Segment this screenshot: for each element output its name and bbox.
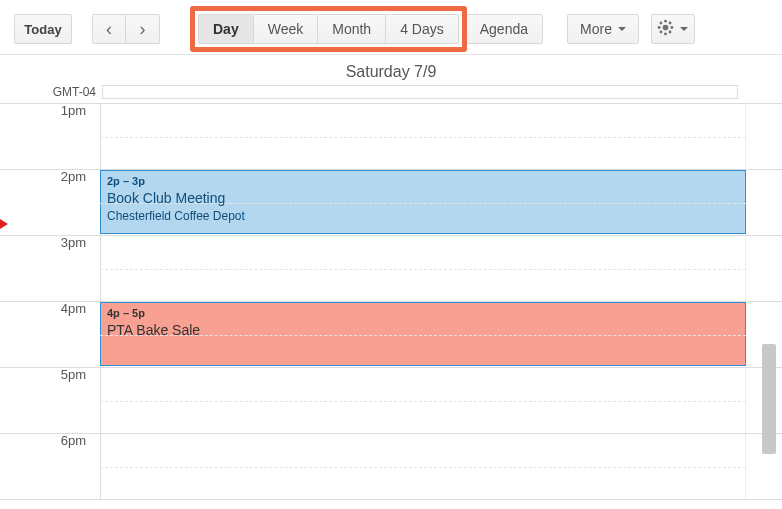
view-tab-week[interactable]: Week [254, 14, 319, 44]
hour-label: 6pm [0, 433, 96, 448]
hour-row[interactable]: 1pm [0, 104, 782, 170]
gear-icon [657, 19, 674, 39]
agenda-button[interactable]: Agenda [465, 14, 543, 44]
view-tab-month[interactable]: Month [318, 14, 386, 44]
view-switch-highlight: DayWeekMonth4 Days [198, 14, 459, 44]
scrollbar-thumb[interactable] [762, 344, 776, 454]
prev-button[interactable]: ‹ [92, 14, 126, 44]
half-hour-line [100, 269, 746, 270]
svg-point-7 [660, 31, 663, 34]
date-header: Saturday 7/9 [0, 55, 782, 85]
next-button[interactable]: › [126, 14, 160, 44]
chevron-right-icon: › [140, 20, 146, 38]
timezone-label: GMT-04 [6, 85, 102, 99]
half-hour-line [100, 467, 746, 468]
svg-point-8 [669, 31, 672, 34]
allday-slot[interactable] [102, 85, 738, 99]
toolbar: Today ‹ › DayWeekMonth4 Days Agenda More [0, 0, 782, 55]
hour-grid: 2p – 3pBook Club MeetingChesterfield Cof… [0, 103, 782, 500]
more-label: More [580, 21, 612, 37]
hour-row[interactable]: 6pm [0, 434, 782, 500]
svg-point-3 [658, 26, 661, 29]
svg-point-0 [663, 25, 669, 31]
half-hour-line [100, 203, 746, 204]
half-hour-line [100, 335, 746, 336]
half-hour-line [100, 401, 746, 402]
caret-down-icon [680, 27, 688, 31]
timezone-row: GMT-04 [0, 85, 782, 99]
hour-row[interactable]: 3pm [0, 236, 782, 302]
nav-group: ‹ › [92, 14, 160, 44]
view-tab-4days[interactable]: 4 Days [386, 14, 459, 44]
hour-label: 1pm [0, 103, 96, 118]
hour-label: 2pm [0, 169, 96, 184]
hour-row[interactable]: 4pm [0, 302, 782, 368]
view-tab-day[interactable]: Day [198, 14, 254, 44]
chevron-left-icon: ‹ [106, 20, 112, 38]
hour-row[interactable]: 5pm [0, 368, 782, 434]
svg-point-1 [665, 20, 668, 23]
svg-point-5 [660, 22, 663, 25]
svg-point-4 [671, 26, 674, 29]
half-hour-line [100, 137, 746, 138]
hour-label: 5pm [0, 367, 96, 382]
svg-point-2 [665, 32, 668, 35]
calendar-grid: 2p – 3pBook Club MeetingChesterfield Cof… [0, 103, 782, 500]
hour-row[interactable]: 2pm [0, 170, 782, 236]
hour-label: 4pm [0, 301, 96, 316]
view-switch: DayWeekMonth4 Days [198, 14, 459, 44]
settings-button[interactable] [651, 14, 695, 44]
caret-down-icon [618, 27, 626, 31]
hour-label: 3pm [0, 235, 96, 250]
svg-point-6 [669, 22, 672, 25]
more-button[interactable]: More [567, 14, 639, 44]
today-button[interactable]: Today [14, 14, 72, 44]
